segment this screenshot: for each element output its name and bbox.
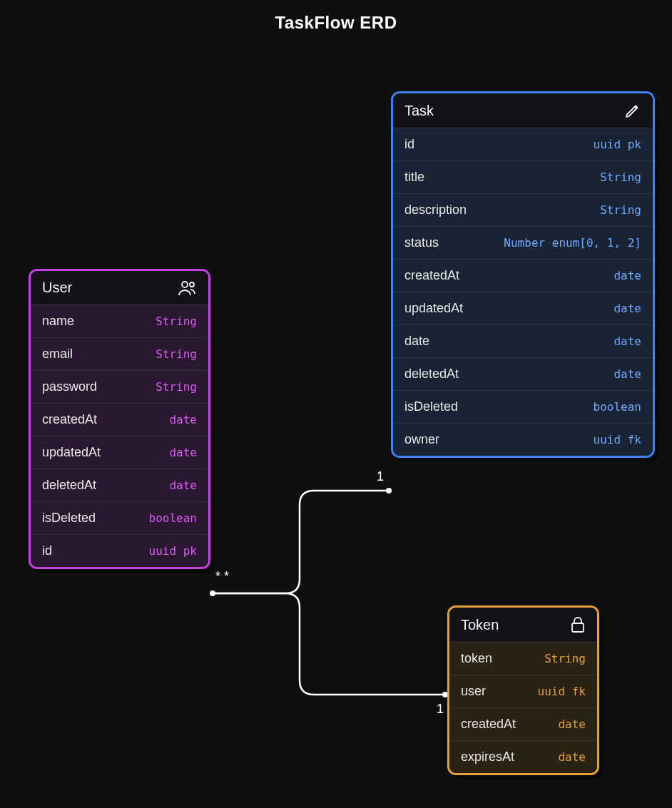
table-row: useruuid fk <box>449 675 597 707</box>
table-row: datedate <box>393 324 653 357</box>
cardinality-token: 1 <box>437 702 444 717</box>
field-name: password <box>42 379 97 394</box>
field-type: date <box>614 269 641 282</box>
field-name: createdAt <box>404 268 459 283</box>
field-name: createdAt <box>42 412 97 427</box>
entity-user-header: User <box>31 271 208 305</box>
diagram-title: TaskFlow ERD <box>275 13 397 33</box>
field-name: deletedAt <box>42 478 96 493</box>
field-name: isDeleted <box>404 399 458 414</box>
table-row: statusNumber enum[0, 1, 2] <box>393 226 653 259</box>
field-type: date <box>614 302 641 315</box>
field-name: expiresAt <box>461 750 514 764</box>
field-type: boolean <box>149 511 197 525</box>
entity-task-title: Task <box>404 103 434 119</box>
field-name: date <box>404 334 429 349</box>
field-name: updatedAt <box>404 301 463 316</box>
field-name: status <box>404 235 439 250</box>
table-row: tokenString <box>449 642 597 675</box>
table-row: createdAtdate <box>31 403 208 436</box>
table-row: iduuid pk <box>393 128 653 160</box>
entity-task-header: Task <box>393 93 653 128</box>
field-type: uuid fk <box>538 685 586 698</box>
table-row: isDeletedboolean <box>31 501 208 534</box>
entity-task[interactable]: Task iduuid pk titleString descriptionSt… <box>391 91 655 458</box>
field-type: date <box>169 446 197 459</box>
entity-user-title: User <box>42 280 72 296</box>
table-row: owneruuid fk <box>393 423 653 456</box>
table-row: nameString <box>31 305 208 337</box>
field-type: boolean <box>594 400 641 414</box>
field-type: String <box>156 380 197 394</box>
table-row: deletedAtdate <box>31 469 208 501</box>
pencil-icon <box>624 102 641 119</box>
table-row: titleString <box>393 160 653 193</box>
field-name: deletedAt <box>404 367 459 382</box>
entity-token[interactable]: Token tokenString useruuid fk createdAtd… <box>447 605 599 775</box>
table-row: createdAtdate <box>449 707 597 740</box>
lock-icon <box>570 616 586 633</box>
field-name: createdAt <box>461 717 516 732</box>
field-name: updatedAt <box>42 445 101 460</box>
table-row: iduuid pk <box>31 534 208 567</box>
field-type: date <box>558 717 586 731</box>
table-row: createdAtdate <box>393 259 653 292</box>
svg-point-1 <box>386 488 392 494</box>
table-row: updatedAtdate <box>31 436 208 469</box>
field-type: date <box>169 413 197 426</box>
field-name: id <box>42 543 52 558</box>
field-type: date <box>614 367 641 381</box>
field-name: owner <box>404 432 439 447</box>
field-type: String <box>544 652 586 665</box>
field-type: String <box>600 170 641 184</box>
field-type: String <box>156 347 197 361</box>
table-row: passwordString <box>31 370 208 403</box>
field-name: title <box>404 170 424 185</box>
field-type: date <box>558 750 586 764</box>
users-icon <box>178 280 197 296</box>
field-type: uuid pk <box>149 544 197 558</box>
svg-point-3 <box>182 282 188 287</box>
field-name: name <box>42 314 74 329</box>
field-type: uuid pk <box>594 138 641 151</box>
table-row: updatedAtdate <box>393 292 653 324</box>
table-row: isDeletedboolean <box>393 390 653 423</box>
cardinality-task: 1 <box>377 469 384 484</box>
svg-point-4 <box>190 282 194 287</box>
field-name: isDeleted <box>42 511 96 526</box>
entity-token-header: Token <box>449 608 597 642</box>
table-row: descriptionString <box>393 193 653 226</box>
svg-point-0 <box>210 590 215 596</box>
field-name: user <box>461 684 486 699</box>
field-type: String <box>156 314 197 328</box>
entity-user[interactable]: User nameString emailString passwordStri… <box>29 269 210 569</box>
table-row: expiresAtdate <box>449 740 597 773</box>
field-type: Number enum[0, 1, 2] <box>504 236 641 250</box>
field-type: date <box>614 334 641 348</box>
cardinality-user: * * <box>215 569 229 584</box>
field-type: String <box>600 203 641 217</box>
field-name: description <box>404 203 467 218</box>
table-row: emailString <box>31 337 208 370</box>
field-type: date <box>169 479 197 492</box>
field-name: email <box>42 347 73 362</box>
entity-token-title: Token <box>461 617 499 633</box>
field-type: uuid fk <box>594 433 641 446</box>
field-name: id <box>404 137 414 152</box>
field-name: token <box>461 651 492 666</box>
svg-rect-5 <box>572 623 584 632</box>
table-row: deletedAtdate <box>393 357 653 390</box>
